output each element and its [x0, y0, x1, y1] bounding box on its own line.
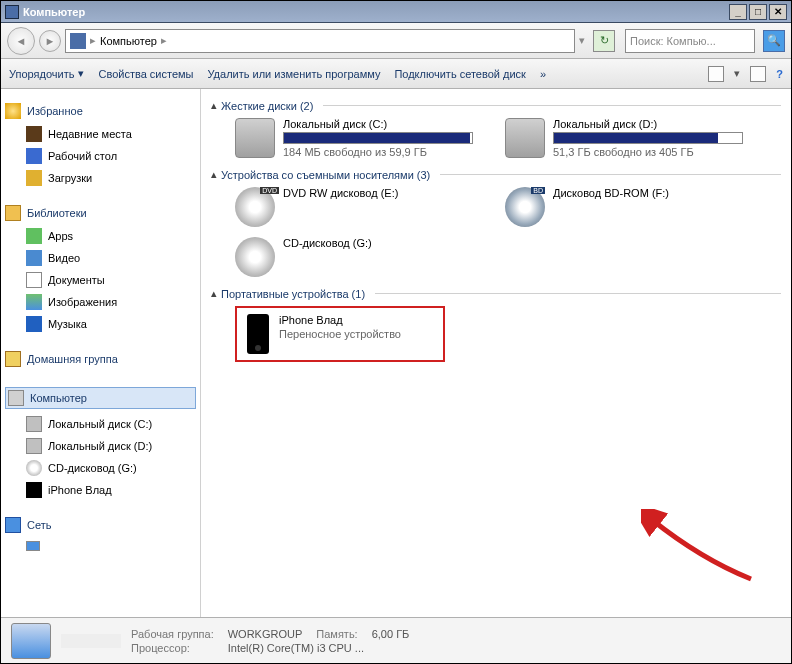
sidebar-item-pictures[interactable]: Изображения [5, 291, 196, 313]
chevron-right-icon: ▸ [161, 34, 167, 47]
hdd-icon [26, 438, 42, 454]
hdd-icon [505, 118, 545, 158]
usage-fill [284, 133, 470, 143]
organize-menu[interactable]: Упорядочить ▾ [9, 67, 84, 80]
usage-bar [553, 132, 743, 144]
computer-icon [8, 390, 24, 406]
device-type: Переносное устройство [279, 328, 401, 340]
memory-value: 6,00 ГБ [372, 628, 410, 640]
sidebar-item-local-disk-c[interactable]: Локальный диск (C:) [5, 413, 196, 435]
memory-label: Память: [316, 628, 357, 640]
group-hdd-header[interactable]: ▴ Жесткие диски (2) [211, 99, 781, 112]
collapse-icon: ▴ [211, 168, 217, 181]
toolbar-overflow[interactable]: » [540, 68, 546, 80]
sidebar-computer-header[interactable]: Компьютер [5, 387, 196, 409]
image-icon [26, 294, 42, 310]
phone-icon [26, 482, 42, 498]
chevron-down-icon: ▾ [78, 67, 84, 80]
sidebar-item-cd-drive[interactable]: CD-дисковод (G:) [5, 457, 196, 479]
music-icon [26, 316, 42, 332]
view-options-icon[interactable] [708, 66, 724, 82]
status-bar: Рабочая группа: WORKGROUP Память: 6,00 Г… [1, 617, 791, 663]
toolbar: Упорядочить ▾ Свойства системы Удалить и… [1, 59, 791, 89]
dropdown-arrow-icon[interactable]: ▾ [579, 34, 585, 47]
workgroup-value: WORKGROUP [228, 628, 303, 640]
star-icon [5, 103, 21, 119]
group-removable-header[interactable]: ▴ Устройства со съемными носителями (3) [211, 168, 781, 181]
sidebar-item-recent[interactable]: Недавние места [5, 123, 196, 145]
cpu-label: Процессор: [131, 642, 214, 654]
body: Избранное Недавние места Рабочий стол За… [1, 89, 791, 617]
drive-bdrom[interactable]: Дисковод BD-ROM (F:) [505, 187, 755, 227]
apps-icon [26, 228, 42, 244]
explorer-window: Компьютер _ □ ✕ ◄ ► ▸ Компьютер ▸ ▾ ↻ По… [0, 0, 792, 664]
drive-local-c[interactable]: Локальный диск (C:) 184 МБ свободно из 5… [235, 118, 485, 158]
collapse-icon: ▴ [211, 99, 217, 112]
recent-icon [26, 126, 42, 142]
group-portable-header[interactable]: ▴ Портативные устройства (1) [211, 287, 781, 300]
drive-name: Локальный диск (C:) [283, 118, 473, 130]
maximize-button[interactable]: □ [749, 4, 767, 20]
bluray-icon [505, 187, 545, 227]
chevron-right-icon: ▸ [90, 34, 96, 47]
phone-icon [247, 314, 269, 354]
collapse-icon: ▴ [211, 287, 217, 300]
device-name: iPhone Влад [279, 314, 401, 326]
drive-name: CD-дисковод (G:) [283, 237, 372, 249]
sidebar-favorites-header[interactable]: Избранное [5, 103, 196, 119]
drive-name: DVD RW дисковод (E:) [283, 187, 398, 199]
sidebar-item-music[interactable]: Музыка [5, 313, 196, 335]
portable-device-iphone[interactable]: iPhone Влад Переносное устройство [235, 306, 445, 362]
search-input[interactable]: Поиск: Компью... [625, 29, 755, 53]
sidebar-item-videos[interactable]: Видео [5, 247, 196, 269]
usage-bar [283, 132, 473, 144]
computer-icon [11, 623, 51, 659]
sidebar-homegroup-header[interactable]: Домашняя группа [5, 351, 196, 367]
address-bar[interactable]: ▸ Компьютер ▸ [65, 29, 575, 53]
drive-local-d[interactable]: Локальный диск (D:) 51,3 ГБ свободно из … [505, 118, 755, 158]
sidebar-item-downloads[interactable]: Загрузки [5, 167, 196, 189]
sidebar-item-network-pc[interactable] [5, 537, 196, 555]
video-icon [26, 250, 42, 266]
sidebar-network-header[interactable]: Сеть [5, 517, 196, 533]
sidebar-item-documents[interactable]: Документы [5, 269, 196, 291]
workgroup-label: Рабочая группа: [131, 628, 214, 640]
back-button[interactable]: ◄ [7, 27, 35, 55]
computer-icon [5, 5, 19, 19]
titlebar: Компьютер _ □ ✕ [1, 1, 791, 23]
cd-icon [26, 460, 42, 476]
document-icon [26, 272, 42, 288]
annotation-arrow-icon [641, 509, 761, 589]
drive-cd[interactable]: CD-дисковод (G:) [235, 237, 485, 277]
sidebar-item-iphone[interactable]: iPhone Влад [5, 479, 196, 501]
cd-icon [235, 237, 275, 277]
libraries-icon [5, 205, 21, 221]
computer-icon [70, 33, 86, 49]
sidebar-item-apps[interactable]: Apps [5, 225, 196, 247]
system-properties-button[interactable]: Свойства системы [98, 68, 193, 80]
address-segment[interactable]: Компьютер [100, 35, 157, 47]
chevron-down-icon[interactable]: ▾ [734, 67, 740, 80]
forward-button[interactable]: ► [39, 30, 61, 52]
refresh-button[interactable]: ↻ [593, 30, 615, 52]
drive-free-text: 184 МБ свободно из 59,9 ГБ [283, 146, 473, 158]
dvd-icon [235, 187, 275, 227]
main-panel: ▴ Жесткие диски (2) Локальный диск (C:) … [201, 89, 791, 617]
sidebar-libraries-header[interactable]: Библиотеки [5, 205, 196, 221]
sidebar-item-local-disk-d[interactable]: Локальный диск (D:) [5, 435, 196, 457]
homegroup-icon [5, 351, 21, 367]
search-button[interactable]: 🔍 [763, 30, 785, 52]
sidebar-item-desktop[interactable]: Рабочий стол [5, 145, 196, 167]
preview-pane-icon[interactable] [750, 66, 766, 82]
help-icon[interactable]: ? [776, 68, 783, 80]
uninstall-programs-button[interactable]: Удалить или изменить программу [207, 68, 380, 80]
drive-dvd[interactable]: DVD RW дисковод (E:) [235, 187, 485, 227]
sidebar: Избранное Недавние места Рабочий стол За… [1, 89, 201, 617]
drive-free-text: 51,3 ГБ свободно из 405 ГБ [553, 146, 743, 158]
network-icon [5, 517, 21, 533]
map-network-drive-button[interactable]: Подключить сетевой диск [394, 68, 525, 80]
close-button[interactable]: ✕ [769, 4, 787, 20]
window-title: Компьютер [23, 6, 85, 18]
minimize-button[interactable]: _ [729, 4, 747, 20]
hdd-icon [235, 118, 275, 158]
